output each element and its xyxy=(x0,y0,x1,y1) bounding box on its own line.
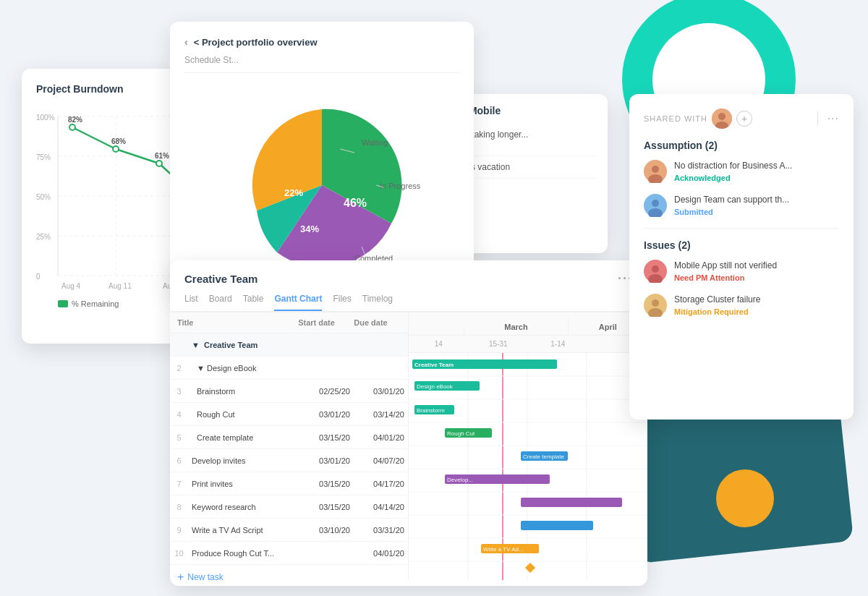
svg-point-39 xyxy=(718,113,726,120)
table-row: 7 Print invites 03/15/20 04/17/20 xyxy=(170,472,408,495)
portfolio-header: ‹ < Project portfolio overview xyxy=(184,36,459,48)
gantt-bars-svg: Creative Team Design eBook Brainstorm Ro… xyxy=(409,353,647,580)
gantt-content: Title Start date Due date ▼ Creative Tea… xyxy=(170,312,647,580)
table-row: 6 Develop invites 03/01/20 04/07/20 xyxy=(170,449,408,472)
avatar-1 xyxy=(644,160,667,183)
new-task-button[interactable]: + New task xyxy=(170,565,408,580)
svg-text:100%: 100% xyxy=(36,114,55,122)
gantt-month-row: March April xyxy=(409,312,647,336)
issue-item-2: Storage Cluster failure Mitigation Requi… xyxy=(644,294,839,317)
table-row: 10 Produce Rough Cut T... 04/01/20 xyxy=(170,542,408,565)
portfolio-title: < Project portfolio overview xyxy=(194,37,318,48)
portfolio-subtitle: Schedule St... xyxy=(184,55,459,73)
svg-text:Write a TV Ad...: Write a TV Ad... xyxy=(483,546,524,553)
svg-point-42 xyxy=(652,166,659,173)
tab-list[interactable]: List xyxy=(184,294,198,311)
svg-text:25%: 25% xyxy=(36,233,51,241)
svg-text:46%: 46% xyxy=(344,197,367,209)
assumption-text-2: Design Team can support th... xyxy=(674,194,789,206)
gantt-card: Creative Team ··· List Board Table Gantt… xyxy=(170,260,647,586)
back-arrow[interactable]: ‹ xyxy=(184,36,188,48)
assumption-status-1: Acknowledged xyxy=(674,174,792,182)
avatar-4 xyxy=(644,294,667,317)
svg-point-45 xyxy=(652,200,659,207)
tab-gantt-chart[interactable]: Gantt Chart xyxy=(274,294,322,311)
svg-text:Creative Team: Creative Team xyxy=(414,362,454,368)
svg-text:Create template: Create template xyxy=(523,454,564,460)
svg-text:In Progress: In Progress xyxy=(380,182,421,190)
add-user-button[interactable]: + xyxy=(736,111,752,127)
svg-text:Aug 4: Aug 4 xyxy=(61,282,81,290)
svg-text:68%: 68% xyxy=(111,137,126,145)
svg-point-17 xyxy=(113,146,119,152)
pie-chart-area: 46% 34% 22% Waiting In Progress Complete… xyxy=(184,84,459,286)
col-start-header: Start date xyxy=(289,312,344,333)
svg-text:Aug 11: Aug 11 xyxy=(109,282,132,290)
assumption-item-2: Design Team can support th... Submitted xyxy=(644,194,839,217)
avatar-3 xyxy=(644,260,667,283)
tab-table[interactable]: Table xyxy=(243,294,264,311)
more-options-button[interactable]: ··· xyxy=(827,112,839,125)
legend-label: % Remaining xyxy=(72,299,119,308)
assumption-item-1: No distraction for Business A... Acknowl… xyxy=(644,160,839,183)
new-task-label: New task xyxy=(187,572,223,580)
assumption-status-2: Submitted xyxy=(674,208,789,216)
table-row: 5 Create template 03/15/20 04/01/20 xyxy=(170,426,408,449)
svg-rect-82 xyxy=(525,563,535,573)
table-row: 8 Keyword research 03/15/20 04/14/20 xyxy=(170,495,408,519)
issue-status-2: Mitigation Required xyxy=(674,307,760,316)
gantt-chart-area: March April 14 15-31 1-14 xyxy=(409,312,647,580)
tab-files[interactable]: Files xyxy=(333,294,351,311)
month-march: March xyxy=(464,319,568,335)
table-row: ▼ Creative Team xyxy=(170,333,408,357)
table-row: 3 Brainstorm 02/25/20 03/01/20 xyxy=(170,380,408,403)
burndown-legend: % Remaining xyxy=(58,299,119,308)
gantt-task-list: Title Start date Due date ▼ Creative Tea… xyxy=(170,312,409,580)
svg-point-18 xyxy=(156,161,162,166)
gantt-header: Creative Team ··· xyxy=(170,260,647,286)
svg-rect-78 xyxy=(521,498,622,507)
svg-point-16 xyxy=(69,124,75,130)
svg-text:Brainstorm: Brainstorm xyxy=(417,407,445,414)
svg-text:82%: 82% xyxy=(68,116,82,124)
bg-yellow-circle xyxy=(716,469,774,527)
col-due-header: Due date xyxy=(344,312,398,333)
avatar-user xyxy=(712,108,732,129)
table-row: 9 Write a TV Ad Script 03/10/20 03/31/20 xyxy=(170,519,408,542)
shared-row: SHARED WITH + xyxy=(644,108,752,129)
avatar-2 xyxy=(644,194,667,217)
gantt-tabs: List Board Table Gantt Chart Files Timel… xyxy=(170,286,647,312)
svg-text:0: 0 xyxy=(36,273,41,281)
tab-board[interactable]: Board xyxy=(209,294,232,311)
issue-item-1: Mobile App still not verified Need PM At… xyxy=(644,260,839,283)
assumption-section-title: Assumption (2) xyxy=(644,140,839,151)
table-row: 4 Rough Cut 03/01/20 03/14/20 xyxy=(170,403,408,426)
shared-with-label: SHARED WITH xyxy=(644,114,707,123)
svg-point-48 xyxy=(652,265,659,273)
issues-section-title: Issues (2) xyxy=(644,239,839,251)
svg-rect-79 xyxy=(521,521,593,530)
tab-timelog[interactable]: Timelog xyxy=(362,294,393,311)
svg-text:75%: 75% xyxy=(36,153,51,161)
panel-header: SHARED WITH + ··· xyxy=(644,108,839,129)
svg-text:Design eBook: Design eBook xyxy=(417,383,454,390)
issue-status-1: Need PM Attention xyxy=(674,273,777,282)
issue-text-1: Mobile App still not verified xyxy=(674,260,777,272)
svg-text:50%: 50% xyxy=(36,193,51,201)
col-title-header: Title xyxy=(170,312,289,333)
issue-text-2: Storage Cluster failure xyxy=(674,294,760,306)
assumption-text-1: No distraction for Business A... xyxy=(674,160,792,172)
right-panel: SHARED WITH + ··· Assumption (2) No dist… xyxy=(629,94,854,420)
svg-text:Develop...: Develop... xyxy=(447,477,473,483)
separator xyxy=(817,111,818,126)
svg-text:Rough Cut: Rough Cut xyxy=(447,430,475,437)
svg-point-51 xyxy=(652,299,659,307)
gantt-title: Creative Team ··· xyxy=(184,271,633,286)
table-row: 2 ▼ Design eBook xyxy=(170,357,408,380)
plus-icon: + xyxy=(177,571,184,580)
gantt-date-subrow: 14 15-31 1-14 xyxy=(409,336,647,353)
svg-text:22%: 22% xyxy=(284,187,303,198)
gantt-col-headers: Title Start date Due date xyxy=(170,312,408,333)
svg-text:34%: 34% xyxy=(300,224,319,234)
svg-text:Waiting: Waiting xyxy=(362,138,388,147)
